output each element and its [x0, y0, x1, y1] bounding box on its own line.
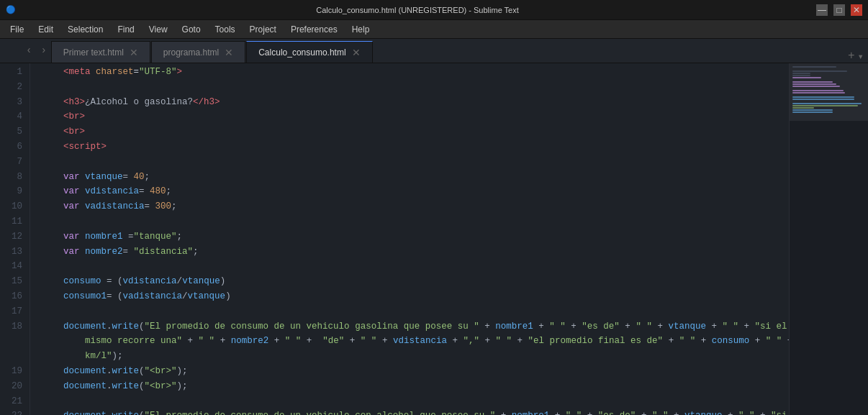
tab-prev-button[interactable]: ‹ [22, 38, 36, 63]
tab-programa[interactable]: programa.html ✕ [151, 41, 245, 63]
tab-primer-text[interactable]: Primer text.html ✕ [51, 41, 150, 63]
minimap-line [792, 77, 821, 78]
code-line-11 [42, 214, 789, 229]
tab-label: programa.html [163, 47, 219, 58]
line-num-11: 11 [6, 214, 22, 229]
menu-goto[interactable]: Goto [175, 23, 208, 36]
tab-close-calculo[interactable]: ✕ [352, 47, 361, 58]
code-line-16: consumo1= (vadistancia/vtanque) [42, 289, 789, 304]
editor-container: 1 2 3 4 5 6 7 8 9 10 11 12 13 14 15 16 1… [0, 63, 868, 415]
line-num-18: 18 [6, 319, 22, 334]
menu-help[interactable]: Help [345, 23, 377, 36]
minimap-line [792, 70, 847, 72]
code-area[interactable]: <meta charset="UTF-8"> <h3>¿Alcohol o ga… [30, 63, 789, 415]
menu-project[interactable]: Project [243, 23, 284, 36]
minimap-line [792, 96, 854, 98]
code-line-14 [42, 259, 789, 274]
tab-label: Calculo_consumo.html [258, 47, 345, 58]
menu-edit[interactable]: Edit [31, 23, 60, 36]
minimap-line [792, 105, 858, 106]
line-num-22: 22 [6, 409, 22, 415]
minimap-line [792, 86, 840, 87]
tab-calculo[interactable]: Calculo_consumo.html ✕ [246, 41, 372, 63]
minimap-line [792, 92, 845, 94]
code-line-18b: mismo recorre una" + " " + nombre2 + " "… [42, 334, 789, 349]
minimap-line [792, 90, 844, 91]
tab-close-primer[interactable]: ✕ [130, 47, 138, 58]
code-line-18: document.write("El promedio de consumo d… [42, 319, 789, 334]
line-num-4: 4 [6, 109, 22, 124]
menu-bar: File Edit Selection Find View Goto Tools… [0, 20, 868, 39]
minimize-button[interactable]: — [816, 4, 828, 16]
code-line-1: <meta charset="UTF-8"> [42, 65, 789, 80]
app-icon: 🔵 [6, 5, 16, 14]
minimap[interactable] [789, 63, 868, 415]
new-tab-button[interactable]: + [848, 50, 855, 63]
line-num-1: 1 [6, 65, 22, 80]
line-numbers: 1 2 3 4 5 6 7 8 9 10 11 12 13 14 15 16 1… [0, 63, 30, 415]
window-controls: — □ ✕ [816, 4, 862, 16]
menu-find[interactable]: Find [110, 23, 141, 36]
minimap-line [792, 73, 810, 74]
line-num-2: 2 [6, 80, 22, 95]
line-num-7: 7 [6, 155, 22, 170]
code-line-13: var nombre2= "distancia"; [42, 245, 789, 260]
code-line-18c: km/l"); [42, 349, 789, 364]
line-num-8: 8 [6, 170, 22, 185]
line-num-17: 17 [6, 304, 22, 319]
menu-preferences[interactable]: Preferences [284, 23, 345, 36]
minimap-line [792, 83, 836, 85]
code-line-7 [42, 155, 789, 170]
line-num-19: 19 [6, 364, 22, 379]
minimap-line [792, 75, 810, 76]
code-line-21 [42, 394, 789, 409]
code-line-2 [42, 80, 789, 95]
menu-tools[interactable]: Tools [208, 23, 243, 36]
tab-bar: ‹ › Primer text.html ✕ programa.html ✕ C… [0, 39, 868, 63]
line-num-18b [6, 334, 22, 349]
line-num-20: 20 [6, 379, 22, 394]
tab-bar-end: + ▾ [374, 50, 868, 63]
line-num-12: 12 [6, 229, 22, 245]
line-num-6: 6 [6, 140, 22, 155]
code-line-19: document.write("<br>"); [42, 364, 789, 379]
code-line-12: var nombre1 ="tanque"; [42, 229, 789, 245]
close-button[interactable]: ✕ [851, 4, 862, 16]
menu-view[interactable]: View [142, 23, 175, 36]
line-num-14: 14 [6, 259, 22, 274]
line-num-16: 16 [6, 289, 22, 304]
minimap-content [790, 63, 868, 117]
line-num-13: 13 [6, 245, 22, 260]
title-bar: 🔵 Calculo_consumo.html (UNREGISTERED) - … [0, 0, 868, 20]
tab-close-programa[interactable]: ✕ [225, 47, 233, 58]
code-line-10: var vadistancia= 300; [42, 199, 789, 214]
line-num-18c [6, 349, 22, 364]
code-line-22: document.write("El promedio de consumo d… [42, 409, 789, 415]
code-line-5: <br> [42, 124, 789, 140]
code-line-15: consumo = (vdistancia/vtanque) [42, 274, 789, 289]
line-num-5: 5 [6, 124, 22, 140]
code-line-9: var vdistancia= 480; [42, 184, 789, 199]
minimap-line [792, 103, 862, 104]
tab-overflow-button[interactable]: ▾ [858, 50, 864, 63]
minimap-line [792, 81, 833, 83]
code-line-20: document.write("<br>"); [42, 379, 789, 394]
code-line-8: var vtanque= 40; [42, 170, 789, 185]
minimap-line [792, 107, 814, 109]
minimap-line [792, 111, 833, 113]
code-line-6: <script> [42, 140, 789, 155]
line-num-9: 9 [6, 184, 22, 199]
tab-next-button[interactable]: › [36, 38, 50, 63]
line-num-3: 3 [6, 95, 22, 110]
minimap-line [792, 109, 833, 111]
line-num-15: 15 [6, 274, 22, 289]
tab-label: Primer text.html [63, 47, 124, 58]
maximize-button[interactable]: □ [833, 4, 845, 16]
window-title: Calculo_consumo.html (UNREGISTERED) - Su… [23, 6, 812, 14]
menu-selection[interactable]: Selection [60, 23, 110, 36]
menu-file[interactable]: File [3, 23, 31, 36]
minimap-line [792, 66, 836, 68]
line-num-21: 21 [6, 394, 22, 409]
code-line-17 [42, 304, 789, 319]
line-num-10: 10 [6, 199, 22, 214]
